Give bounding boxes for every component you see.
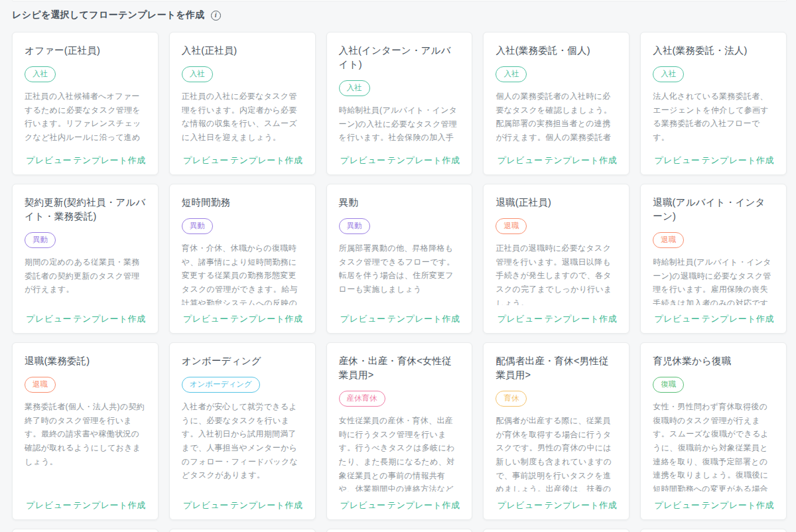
card-actions: プレビュー テンプレート作成 <box>339 492 460 511</box>
category-badge: 産休育休 <box>339 391 385 407</box>
recipe-card: 退職(業務委託) 退職 業務委託者(個人・法人共)の契約終了時のタスク管理を行い… <box>12 342 159 520</box>
recipe-card: 異動 異動 所属部署異動の他、昇格降格もタスク管理できるフローです。転居を伴う場… <box>326 184 473 334</box>
partial-card <box>12 529 159 532</box>
create-template-link[interactable]: テンプレート作成 <box>230 155 303 166</box>
card-description: 正社員の入社に必要なタスク管理を行います。内定者から必要な情報の収集を行い、スム… <box>182 90 303 145</box>
card-description: 正社員の退職時に必要なタスク管理を行います。退職日以降も手続きが発生しますので、… <box>496 241 617 305</box>
category-badge: 退職 <box>25 377 56 393</box>
card-description: 女性・男性問わず育休取得後の復職時のタスク管理が行えます。スムーズな復職ができる… <box>653 400 774 492</box>
preview-link[interactable]: プレビュー <box>25 313 73 325</box>
card-title: 退職(業務委託) <box>25 354 146 368</box>
card-description: 入社者が安心して就労できるように、必要なタスクを行います。入社初日から試用期間満… <box>182 400 303 482</box>
create-template-link[interactable]: テンプレート作成 <box>545 313 618 325</box>
recipe-card: オファー(正社員) 入社 正社員の入社候補者へオファーするために必要なタスク管理… <box>12 32 159 175</box>
recipe-card: 短時間勤務 異動 育休・介休、休職からの復職時や、諸事情により短時間勤務に変更す… <box>169 184 316 334</box>
card-title: 入社(正社員) <box>182 44 303 58</box>
recipe-card: 契約更新(契約社員・アルバイト・業務委託) 異動 期間の定めのある従業員・業務委… <box>12 184 159 334</box>
category-badge: 退職 <box>496 218 527 234</box>
card-description: 所属部署異動の他、昇格降格もタスク管理できるフローです。転居を伴う場合は、住所変… <box>339 241 460 297</box>
create-template-link[interactable]: テンプレート作成 <box>701 313 774 325</box>
category-badge: 入社 <box>25 66 56 82</box>
card-description: 業務委託者(個人・法人共)の契約終了時のタスク管理を行います。最終の請求書や稼働… <box>25 400 146 468</box>
preview-link[interactable]: プレビュー <box>653 313 701 325</box>
card-title: 入社(インターン・アルバイト) <box>339 44 460 72</box>
category-badge: 異動 <box>182 218 213 234</box>
card-title: 育児休業から復職 <box>653 354 774 368</box>
create-template-link[interactable]: テンプレート作成 <box>230 313 303 325</box>
card-title: 配偶者出産・育休<男性従業員用> <box>496 354 617 382</box>
card-actions: プレビュー テンプレート作成 <box>653 305 774 325</box>
create-template-link[interactable]: テンプレート作成 <box>73 313 146 325</box>
card-actions: プレビュー テンプレート作成 <box>653 492 774 511</box>
card-title: 入社(業務委託・個人) <box>496 44 617 58</box>
category-badge: 育休 <box>496 391 527 407</box>
card-title: オファー(正社員) <box>25 44 146 58</box>
recipe-card: 配偶者出産・育休<男性従業員用> 育休 配偶者が出産する際に、従業員が育休を取得… <box>483 342 630 520</box>
card-title: 入社(業務委託・法人) <box>653 44 774 58</box>
preview-link[interactable]: プレビュー <box>496 313 544 325</box>
create-template-link[interactable]: テンプレート作成 <box>387 155 460 166</box>
card-actions: プレビュー テンプレート作成 <box>339 147 460 166</box>
card-actions: プレビュー テンプレート作成 <box>653 147 774 166</box>
category-badge: 入社 <box>182 66 213 82</box>
create-template-link[interactable]: テンプレート作成 <box>701 155 774 166</box>
recipe-card: 産休・出産・育休<女性従業員用> 産休育休 女性従業員の産休・育休、出産時に行う… <box>326 342 473 520</box>
category-badge: 復職 <box>653 377 684 393</box>
preview-link[interactable]: プレビュー <box>653 155 701 166</box>
card-actions: プレビュー テンプレート作成 <box>25 492 146 511</box>
preview-link[interactable]: プレビュー <box>653 499 701 511</box>
page-title: レシピを選択してフローテンプレートを作成 <box>12 9 205 21</box>
preview-link[interactable]: プレビュー <box>182 313 230 325</box>
card-actions: プレビュー テンプレート作成 <box>496 305 617 325</box>
create-template-link[interactable]: テンプレート作成 <box>545 499 618 511</box>
card-actions: プレビュー テンプレート作成 <box>182 305 303 325</box>
recipe-grid: オファー(正社員) 入社 正社員の入社候補者へオファーするために必要なタスク管理… <box>12 32 787 532</box>
page-header: レシピを選択してフローテンプレートを作成 i <box>12 9 796 22</box>
create-template-link[interactable]: テンプレート作成 <box>73 499 146 511</box>
preview-link[interactable]: プレビュー <box>339 499 387 511</box>
card-title: 退職(正社員) <box>496 196 617 210</box>
category-badge: 異動 <box>339 218 370 234</box>
category-badge: 入社 <box>339 80 370 96</box>
recipe-card: 入社(正社員) 入社 正社員の入社に必要なタスク管理を行います。内定者から必要な… <box>169 32 316 175</box>
card-actions: プレビュー テンプレート作成 <box>182 492 303 511</box>
create-template-link[interactable]: テンプレート作成 <box>387 313 460 325</box>
create-template-link[interactable]: テンプレート作成 <box>545 155 618 166</box>
recipe-template-page: レシピを選択してフローテンプレートを作成 i オファー(正社員) 入社 正社員の… <box>0 0 796 532</box>
card-description: 期間の定めのある従業員・業務委託者の契約更新のタスク管理が行えます。 <box>25 255 146 297</box>
preview-link[interactable]: プレビュー <box>182 155 230 166</box>
info-icon[interactable]: i <box>211 11 221 21</box>
partial-card <box>326 529 473 532</box>
card-actions: プレビュー テンプレート作成 <box>496 147 617 166</box>
preview-link[interactable]: プレビュー <box>496 499 544 511</box>
preview-link[interactable]: プレビュー <box>25 155 73 166</box>
partial-card-above <box>12 0 787 1</box>
preview-link[interactable]: プレビュー <box>339 155 387 166</box>
card-title: 退職(アルバイト・インターン) <box>653 196 774 224</box>
create-template-link[interactable]: テンプレート作成 <box>387 499 460 511</box>
recipe-card: 育児休業から復職 復職 女性・男性問わず育休取得後の復職時のタスク管理が行えます… <box>640 342 787 520</box>
partial-card <box>169 529 316 532</box>
create-template-link[interactable]: テンプレート作成 <box>73 155 146 166</box>
create-template-link[interactable]: テンプレート作成 <box>230 499 303 511</box>
preview-link[interactable]: プレビュー <box>496 155 544 166</box>
category-badge: 入社 <box>653 66 684 82</box>
recipe-card: 入社(インターン・アルバイト) 入社 時給制社員(アルバイト・インターン)の入社… <box>326 32 473 175</box>
preview-link[interactable]: プレビュー <box>339 313 387 325</box>
card-description: 時給制社員(アルバイト・インターン)の入社に必要なタスク管理を行います。社会保険… <box>339 103 460 147</box>
create-template-link[interactable]: テンプレート作成 <box>701 499 774 511</box>
preview-link[interactable]: プレビュー <box>25 499 73 511</box>
preview-link[interactable]: プレビュー <box>182 499 230 511</box>
card-description: 個人の業務委託者の入社時に必要なタスクを確認しましょう。配属部署の実務担当者との… <box>496 90 617 147</box>
recipe-card: 退職(正社員) 退職 正社員の退職時に必要なタスク管理を行います。退職日以降も手… <box>483 184 630 334</box>
card-description: 女性従業員の産休・育休、出産時に行うタスク管理を行います。行うべきタスクは多岐に… <box>339 414 460 492</box>
card-description: 時給制社員(アルバイト・インターン)の退職時に必要なタスク管理を行います。雇用保… <box>653 255 774 305</box>
card-title: オンボーディング <box>182 354 303 368</box>
card-title: 契約更新(契約社員・アルバイト・業務委託) <box>25 196 146 224</box>
card-actions: プレビュー テンプレート作成 <box>496 492 617 511</box>
card-title: 異動 <box>339 196 460 210</box>
card-actions: プレビュー テンプレート作成 <box>25 305 146 325</box>
card-actions: プレビュー テンプレート作成 <box>25 147 146 166</box>
recipe-card: 退職(アルバイト・インターン) 退職 時給制社員(アルバイト・インターン)の退職… <box>640 184 787 334</box>
card-description: 育休・介休、休職からの復職時や、諸事情により短時間勤務に変更する従業員の勤務形態… <box>182 241 303 305</box>
